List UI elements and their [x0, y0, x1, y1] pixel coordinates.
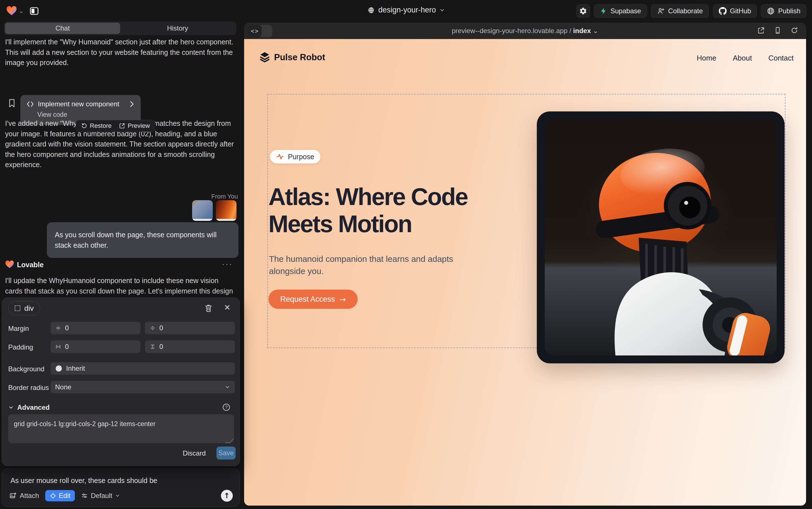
purpose-badge: Purpose: [270, 150, 320, 164]
assistant-message-1: I'll implement the "Why Humanoid" sectio…: [5, 37, 236, 68]
tab-history[interactable]: History: [120, 23, 235, 34]
attach-button[interactable]: Attach: [9, 492, 39, 500]
sliders-icon: [81, 492, 88, 499]
sidebar-toggle-button[interactable]: [27, 4, 41, 18]
padding-x-icon: [55, 344, 61, 350]
hero-headline: Atlas: Where Code Meets Motion: [268, 183, 506, 238]
svg-text:?: ?: [225, 405, 228, 410]
preview-button[interactable]: Preview: [119, 122, 150, 130]
preview-panel: <> preview--design-your-hero.lovable.app…: [244, 23, 806, 506]
restore-icon: [81, 123, 87, 129]
selected-tag: div: [24, 304, 34, 313]
user-message-bubble: As you scroll down the page, these compo…: [47, 222, 238, 258]
chat-composer[interactable]: As user mouse roll over, these cards sho…: [2, 468, 240, 507]
send-button[interactable]: ↑: [221, 490, 233, 502]
robot-image: [545, 119, 777, 355]
background-input[interactable]: Inherit: [50, 362, 235, 375]
edit-mode-button[interactable]: Edit: [45, 490, 75, 501]
publish-button[interactable]: Publish: [761, 4, 806, 18]
nav-home[interactable]: Home: [697, 54, 716, 63]
border-radius-label: Border radius: [8, 384, 49, 392]
open-external-icon[interactable]: [757, 27, 765, 34]
transparent-swatch-icon: [55, 365, 63, 372]
external-link-icon: [119, 123, 125, 129]
restore-preview-toolbar: Restore Preview: [76, 120, 155, 132]
project-name: design-your-hero: [378, 6, 436, 14]
chat-history-tabs: Chat History: [4, 22, 236, 35]
margin-label: Margin: [8, 325, 29, 333]
message-menu-icon[interactable]: ···: [222, 259, 233, 269]
discard-button[interactable]: Discard: [183, 449, 206, 457]
logo-chevron-down-icon[interactable]: ⌄: [19, 7, 24, 14]
arrow-right-icon: →: [340, 295, 346, 304]
help-icon[interactable]: ?: [222, 403, 230, 411]
selected-element-chip[interactable]: div: [8, 301, 40, 315]
chevron-down-icon: [439, 7, 445, 13]
margin-x-input[interactable]: 0: [50, 322, 140, 334]
component-card-title: Implement new component: [38, 100, 125, 108]
border-radius-select[interactable]: None: [50, 381, 235, 393]
github-icon: [719, 7, 727, 15]
view-code-link[interactable]: View code: [37, 111, 135, 118]
save-button[interactable]: Save: [216, 446, 236, 460]
tab-chat[interactable]: Chat: [5, 23, 120, 34]
hero-robot-card: [537, 111, 785, 363]
pulse-icon: [276, 153, 284, 160]
advanced-section-toggle[interactable]: Advanced: [8, 404, 50, 411]
classes-textarea[interactable]: grid grid-cols-1 lg:grid-cols-2 gap-12 i…: [8, 414, 234, 443]
github-button[interactable]: GitHub: [713, 4, 757, 18]
lovable-avatar-icon: [5, 260, 14, 269]
lovable-logo-icon[interactable]: [6, 6, 17, 16]
padding-y-icon: [149, 344, 156, 350]
from-you-label: From You: [211, 193, 238, 200]
gear-icon: [579, 7, 587, 15]
request-access-button[interactable]: Request Access →: [268, 290, 358, 309]
nav-contact[interactable]: Contact: [768, 54, 793, 63]
chevron-down-icon: ⌄: [593, 27, 598, 35]
composer-input[interactable]: As user mouse roll over, these cards sho…: [10, 476, 157, 485]
restore-button[interactable]: Restore: [81, 122, 112, 130]
panel-left-icon: [29, 6, 39, 16]
site-nav: Home About Contact: [697, 54, 793, 63]
chevron-down-icon: [115, 493, 120, 498]
mobile-view-icon[interactable]: [774, 27, 781, 34]
delete-element-icon[interactable]: [205, 304, 213, 312]
add-user-icon: [657, 7, 665, 15]
site-brand[interactable]: Pulse Robot: [259, 52, 325, 63]
close-inspector-icon[interactable]: ✕: [224, 303, 230, 312]
padding-x-input[interactable]: 0: [50, 340, 140, 353]
chevron-down-icon: [225, 384, 230, 390]
chevron-down-icon: [8, 405, 14, 410]
globe-icon: [367, 6, 375, 14]
supabase-icon: [600, 7, 607, 15]
assistant-header: Lovable ···: [5, 260, 236, 270]
supabase-button[interactable]: Supabase: [594, 4, 647, 18]
refresh-icon[interactable]: [790, 27, 798, 34]
element-inspector-panel: div ✕ Margin 0 0 Padding 0 0 Background: [2, 298, 240, 466]
project-menu[interactable]: design-your-hero: [367, 6, 445, 14]
preview-page: index: [573, 27, 591, 34]
chevron-right-icon: [130, 101, 135, 107]
margin-y-icon: [149, 325, 156, 331]
layers-logo-icon: [259, 52, 270, 63]
preview-toolbar: <> preview--design-your-hero.lovable.app…: [244, 23, 806, 39]
dashed-selection-icon: [15, 305, 20, 311]
preview-url[interactable]: preview--design-your-hero.lovable.app / …: [244, 27, 806, 35]
top-bar: ⌄ design-your-hero Supabase: [0, 0, 812, 22]
assistant-name: Lovable: [17, 261, 43, 269]
publish-globe-icon: [767, 7, 775, 15]
padding-label: Padding: [8, 343, 33, 351]
attachment-thumbnail-orange[interactable]: [216, 200, 236, 221]
model-select[interactable]: Default: [81, 492, 120, 500]
margin-y-input[interactable]: 0: [145, 322, 235, 334]
attach-image-icon: [9, 492, 17, 499]
padding-y-input[interactable]: 0: [145, 340, 235, 353]
background-label: Background: [8, 365, 44, 373]
code-icon: [27, 101, 34, 107]
bookmark-icon[interactable]: [8, 99, 15, 107]
attachment-thumbnail-blue[interactable]: [192, 200, 213, 221]
site-canvas: Pulse Robot Home About Contact Purpose A…: [244, 39, 806, 506]
collaborate-button[interactable]: Collaborate: [651, 4, 709, 18]
settings-button[interactable]: [576, 4, 590, 18]
nav-about[interactable]: About: [733, 54, 752, 63]
